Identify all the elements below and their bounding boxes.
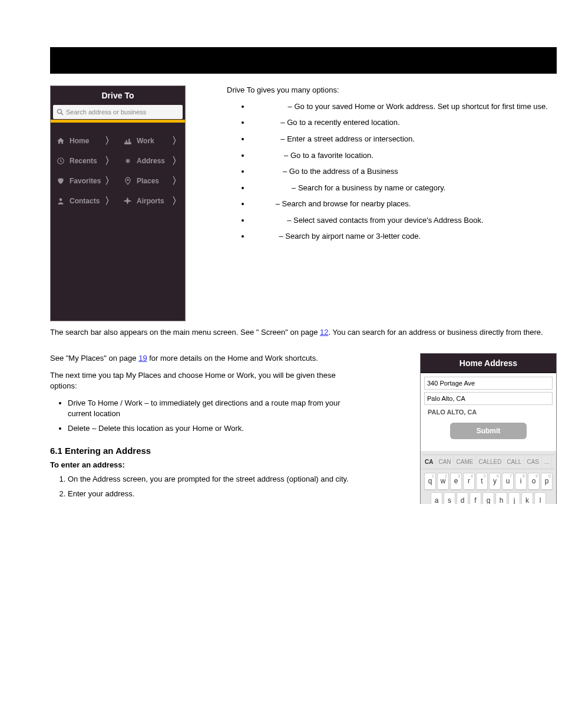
drive-to-item-contacts[interactable]: Contacts 〉	[51, 191, 118, 211]
recents-icon	[55, 157, 66, 165]
drive-to-search-placeholder: Search address or business	[66, 108, 146, 116]
key-w[interactable]: w2	[437, 473, 449, 490]
key-i[interactable]: i8	[515, 473, 527, 490]
steps-list: On the Address screen, you are prompted …	[68, 474, 362, 499]
step-1: On the Address screen, you are prompted …	[68, 474, 362, 485]
myplaces-opt-delete: Delete – Delete this location as your Ho…	[68, 423, 362, 434]
drive-to-accent-bar	[51, 120, 185, 123]
svg-rect-2	[124, 142, 131, 144]
key-o[interactable]: o9	[528, 473, 540, 490]
key-s[interactable]: s	[444, 492, 455, 504]
places-icon	[123, 177, 133, 185]
bullet-airports: Airports – Search by airport name or 3-l…	[250, 231, 557, 242]
chevron-right-icon: 〉	[105, 195, 114, 207]
page-ref-link-2[interactable]: 19	[138, 354, 147, 363]
svg-point-0	[58, 110, 62, 114]
section-heading-6-1: 6.1 Entering an Address	[50, 446, 362, 456]
bullet-contacts: Contacts – Go to the address of a Busine…	[250, 166, 557, 177]
step-2: Enter your address.	[68, 489, 362, 499]
myplaces-next-text: The next time you tap My Places and choo…	[50, 370, 362, 391]
drive-to-item-address[interactable]: Address 〉	[118, 151, 185, 171]
keyboard: CA CAN CAME CALLED CALL CAS ... q1 w2 e3…	[421, 451, 556, 504]
chevron-right-icon: 〉	[172, 135, 181, 147]
page-header-bar	[50, 47, 557, 74]
drive-to-item-airports[interactable]: Airports 〉	[118, 191, 185, 211]
chevron-right-icon: 〉	[105, 175, 114, 187]
drive-to-title: Drive To	[51, 86, 185, 105]
home-address-screenshot: Home Address PALO ALTO, CA Submit CA CAN…	[420, 353, 557, 504]
bullet-businesses: Businesses – Search for a business by na…	[250, 183, 557, 193]
chevron-right-icon: 〉	[172, 175, 181, 187]
drive-to-item-recents[interactable]: Recents 〉	[51, 151, 118, 171]
kb-row-1: q1 w2 e3 r4 t5 y6 u7 i8 o9 p0	[422, 473, 554, 490]
drive-to-item-work[interactable]: Work 〉	[118, 131, 185, 151]
svg-point-6	[127, 179, 128, 180]
key-a[interactable]: a	[431, 492, 442, 504]
contacts-icon	[55, 197, 66, 205]
svg-line-1	[61, 113, 64, 116]
work-icon	[123, 137, 133, 145]
city-input[interactable]	[424, 392, 553, 405]
options-list: My Places – Go to your saved Home or Wor…	[250, 101, 557, 242]
subheading-enter-address: To enter an address:	[50, 460, 362, 469]
key-j[interactable]: j	[508, 492, 520, 504]
search-icon	[57, 108, 64, 116]
svg-rect-3	[126, 140, 127, 143]
bullet-address: Address – Enter a street address or inte…	[250, 134, 557, 144]
key-r[interactable]: r4	[463, 473, 475, 490]
airports-icon	[123, 197, 133, 205]
intro-text: Drive To gives you many options:	[227, 85, 557, 95]
address-icon	[123, 157, 133, 165]
key-q[interactable]: q1	[424, 473, 436, 490]
key-l[interactable]: l	[534, 492, 546, 504]
keyboard-suggestions: CA CAN CAME CALLED CALL CAS ...	[422, 454, 554, 469]
city-suggestion[interactable]: PALO ALTO, CA	[428, 409, 549, 416]
chevron-right-icon: 〉	[172, 155, 181, 167]
bullet-places: Places – Search and browse for nearby pl…	[250, 199, 557, 209]
drive-to-item-home[interactable]: Home 〉	[51, 131, 118, 151]
home-address-title: Home Address	[421, 354, 556, 373]
bullet-contacts-2: Contacts2 – Select saved contacts from y…	[250, 215, 557, 226]
home-icon	[55, 137, 66, 145]
page-ref-link[interactable]: 12	[320, 328, 328, 337]
bullet-recents: Recents – Go to a recently entered locat…	[250, 117, 557, 128]
chevron-right-icon: 〉	[105, 135, 114, 147]
drive-to-screenshot: Drive To Search address or business Home…	[50, 85, 186, 321]
svg-rect-4	[128, 139, 130, 143]
key-k[interactable]: k	[521, 492, 533, 504]
tip-text: The search bar also appears on the main …	[50, 327, 557, 338]
myplaces-ref-text: See "My Places" on page 19 for more deta…	[50, 353, 362, 364]
bullet-my-places: My Places – Go to your saved Home or Wor…	[250, 101, 557, 112]
myplaces-opt-drive: Drive To Home / Work – to immediately ge…	[68, 398, 362, 419]
drive-to-search[interactable]: Search address or business	[53, 105, 183, 119]
myplaces-options: Drive To Home / Work – to immediately ge…	[68, 398, 362, 434]
key-e[interactable]: e3	[450, 473, 462, 490]
key-t[interactable]: t5	[476, 473, 488, 490]
key-u[interactable]: u7	[502, 473, 514, 490]
kb-row-2: a s d f g h j k l	[422, 492, 554, 504]
chevron-right-icon: 〉	[105, 155, 114, 167]
key-g[interactable]: g	[482, 492, 494, 504]
drive-to-item-favorites[interactable]: Favorites 〉	[51, 171, 118, 191]
submit-button[interactable]: Submit	[450, 423, 527, 439]
drive-to-item-places[interactable]: Places 〉	[118, 171, 185, 191]
chevron-right-icon: 〉	[172, 195, 181, 207]
favorites-icon	[55, 177, 66, 185]
svg-point-7	[59, 198, 62, 201]
key-y[interactable]: y6	[489, 473, 501, 490]
street-input[interactable]	[424, 377, 553, 390]
bullet-favorites: Favorites – Go to a favorite location.	[250, 150, 557, 161]
key-h[interactable]: h	[495, 492, 507, 504]
key-d[interactable]: d	[457, 492, 468, 504]
key-f[interactable]: f	[470, 492, 481, 504]
key-p[interactable]: p0	[541, 473, 553, 490]
